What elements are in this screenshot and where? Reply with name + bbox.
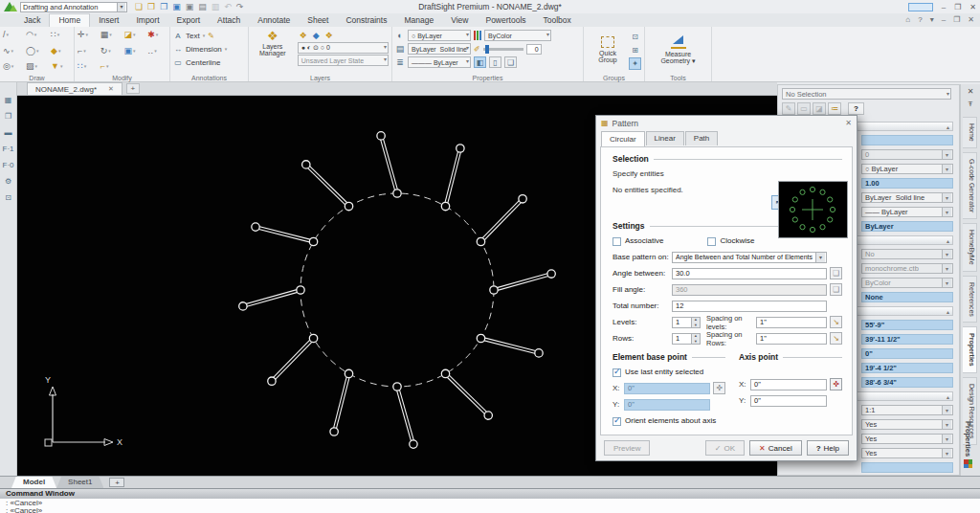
levels-stepper[interactable]: 1	[672, 317, 701, 328]
axis-point-pick-button[interactable]: ✜	[830, 378, 842, 390]
panel-pin-icon[interactable]: Ŧ	[969, 100, 973, 108]
property-field[interactable]: Yes	[861, 419, 953, 430]
ribbon-tab[interactable]: Constraints	[337, 14, 395, 27]
titlebar-highlight-button[interactable]	[908, 3, 933, 11]
draw-tool-button[interactable]: ▨▾	[26, 61, 47, 71]
draw-tool-button[interactable]: ◯▾	[26, 46, 47, 56]
property-field[interactable]: ByColor	[861, 278, 953, 288]
left-toolbar-icon[interactable]: ⚙	[5, 177, 11, 186]
ribbon-tab[interactable]: Attach	[209, 14, 249, 27]
quick-access-icon[interactable]: ▣	[172, 2, 181, 11]
property-field[interactable]: 38'-6 3/4"	[861, 377, 953, 388]
ribbon-tab[interactable]: View	[442, 14, 477, 27]
group-toggle-icon[interactable]: ✦	[629, 57, 641, 70]
doc-close-button[interactable]: ✕	[968, 15, 974, 24]
wand-icon[interactable]: ✐	[474, 45, 480, 54]
modify-tool-button[interactable]: ◪▾	[124, 30, 145, 39]
axis-x-field[interactable]: 0"	[750, 379, 827, 390]
draw-tool-button[interactable]: ∿▾	[3, 46, 22, 56]
axis-y-field[interactable]: 0"	[750, 395, 827, 407]
ribbon-tab[interactable]: Export	[168, 14, 210, 27]
modify-tool-button[interactable]: ▦▾	[100, 30, 121, 39]
modify-tool-button[interactable]: ✛▾	[78, 30, 97, 39]
side-tab[interactable]: G-code Generator	[963, 152, 977, 219]
use-last-entity-checkbox[interactable]	[612, 368, 621, 377]
note-pencil-icon[interactable]: ✎	[208, 32, 214, 40]
panel-tool-button[interactable]: ◪	[813, 102, 826, 115]
dialog-title-bar[interactable]: ▦ Pattern ✕	[596, 116, 857, 130]
draw-tool-button[interactable]: ∷▾	[51, 30, 71, 39]
dialog-tab[interactable]: Circular	[601, 131, 645, 146]
left-toolbar-icon[interactable]: ⊡	[5, 193, 11, 202]
draw-tool-button[interactable]: ◠▾	[26, 30, 47, 39]
document-tab[interactable]: NONAME_2.dwg* ✕	[27, 82, 122, 95]
property-field[interactable]: 0	[861, 149, 953, 160]
layers-manager-button[interactable]: ❖ Layers Manager	[252, 29, 294, 71]
modify-tool-button[interactable]: ⌐▾	[100, 61, 121, 71]
base-pattern-dropdown[interactable]: Angle Between and Total Number of Elemen…	[672, 252, 827, 263]
ribbon-tab[interactable]: Sheet	[299, 14, 337, 27]
quick-access-icon[interactable]: ❏	[135, 2, 143, 11]
quick-access-icon[interactable]: ↶	[224, 2, 232, 11]
property-field[interactable]: ByLayer Solid line	[861, 192, 953, 203]
spacing-levels-pick-button[interactable]: ↘	[830, 316, 842, 328]
ribbon-tab[interactable]: Powertools	[477, 14, 534, 27]
transparency-value[interactable]: 0	[526, 44, 542, 55]
property-field[interactable]: No	[861, 249, 953, 259]
property-field[interactable]	[861, 135, 953, 145]
home-icon[interactable]: ⌂	[905, 15, 910, 24]
dialog-tab[interactable]: Path	[685, 131, 718, 145]
dimension-tool-button[interactable]: ↔Dimension▾	[173, 42, 245, 56]
layer-dropdown[interactable]: ● ◐ ⊙ ○ 0	[298, 42, 389, 54]
property-field[interactable]: 0"	[861, 348, 953, 359]
property-field[interactable]: ByLayer	[861, 221, 953, 232]
help-icon[interactable]: ?	[918, 15, 922, 24]
panel-tool-button[interactable]: ✎	[782, 102, 795, 115]
side-tab[interactable]: Properties	[963, 326, 977, 373]
panel-edit-button[interactable]: ≔	[828, 102, 841, 115]
layer-isolate-icon[interactable]: ◆	[313, 31, 320, 40]
selection-dropdown[interactable]: No Selection	[782, 88, 951, 100]
draw-tool-button[interactable]: ◆▾	[51, 46, 71, 56]
side-tab[interactable]: Home	[963, 117, 977, 148]
spacing-levels-field[interactable]: 1"	[756, 317, 827, 328]
ribbon-options-icon[interactable]: ▾	[930, 15, 934, 24]
draw-tool-button[interactable]: /▾	[3, 30, 22, 39]
model-tab[interactable]: Model	[11, 477, 56, 488]
doc-restore-button[interactable]: ❐	[953, 15, 960, 24]
left-toolbar-icon[interactable]: ▦	[5, 96, 12, 104]
property-field[interactable]: —— ByLayer	[861, 207, 953, 217]
properties-toggle-2[interactable]: ▯	[489, 56, 501, 68]
quick-access-icon[interactable]: ❐	[160, 2, 167, 11]
quick-access-icon[interactable]: ▥	[212, 2, 220, 11]
ribbon-tab[interactable]: Insert	[90, 14, 127, 27]
angle-expression-button[interactable]: ❏	[830, 267, 842, 279]
side-tab[interactable]: References	[963, 276, 977, 323]
tab-close-icon[interactable]: ✕	[108, 85, 114, 93]
ribbon-tab[interactable]: Jack	[15, 14, 49, 27]
doc-minimize-button[interactable]: –	[942, 15, 946, 24]
property-field[interactable]: Yes	[861, 434, 953, 444]
dialog-close-icon[interactable]: ✕	[845, 119, 852, 127]
ribbon-tab[interactable]: Annotate	[249, 14, 299, 27]
panel-tool-button[interactable]: ▭	[797, 102, 811, 115]
quick-access-icon[interactable]: ▣	[186, 2, 194, 11]
layer-state-dropdown[interactable]: Unsaved Layer State	[298, 55, 389, 66]
close-button[interactable]: ✕	[969, 3, 976, 11]
associative-checkbox[interactable]	[612, 237, 621, 246]
new-document-tab-button[interactable]: +	[126, 83, 140, 94]
print-color-dropdown[interactable]: ByColor	[484, 30, 551, 41]
sheet1-tab[interactable]: Sheet1	[56, 477, 103, 488]
orient-elements-checkbox[interactable]	[612, 417, 621, 426]
modify-tool-button[interactable]: ∷▾	[78, 61, 97, 71]
lineweight-dropdown[interactable]: ——— ByLayer	[408, 56, 471, 68]
angle-between-field[interactable]: 30.0	[672, 268, 827, 279]
spacing-rows-pick-button[interactable]: ↘	[830, 332, 842, 345]
layer-freeze-icon[interactable]: ❖	[325, 31, 333, 40]
ungroup-icon[interactable]: ⊡	[629, 31, 641, 43]
property-field[interactable]: 55'-9"	[861, 320, 953, 330]
match-properties-toggle[interactable]: ◧	[474, 56, 486, 68]
workspace-dropdown[interactable]: Drafting and Annotation ▾	[20, 2, 127, 12]
dialog-tab[interactable]: Linear	[646, 131, 684, 145]
property-field[interactable]: monochrome.ctb	[861, 263, 953, 274]
